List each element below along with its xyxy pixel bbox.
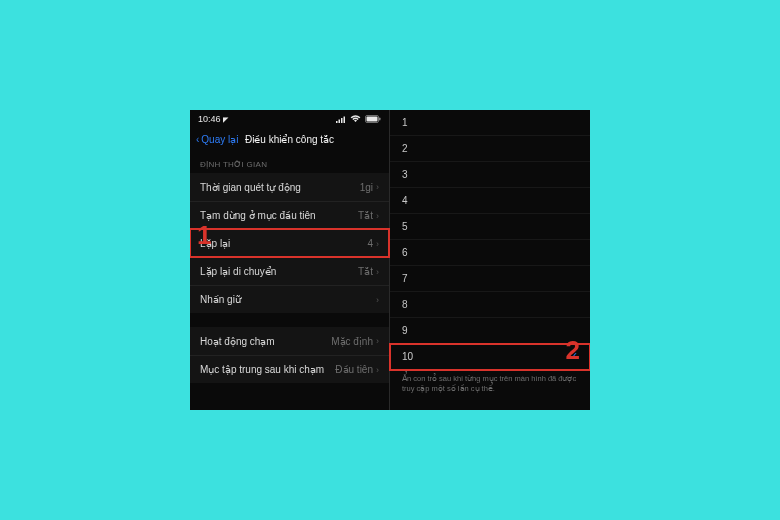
- loop-option-list: 12345678910✓: [390, 110, 590, 370]
- svg-rect-6: [379, 118, 381, 121]
- row-value: 1gi ›: [360, 182, 379, 193]
- row-value: Tắt ›: [358, 210, 379, 221]
- settings-row-2[interactable]: Lặp lại4 ›: [190, 229, 389, 257]
- loop-option-7[interactable]: 7: [390, 266, 590, 292]
- row-label: Lặp lại di chuyển: [200, 266, 276, 277]
- nav-bar: ‹ Quay lại Điều khiển công tắc: [190, 128, 389, 150]
- chevron-right-icon: ›: [376, 211, 379, 221]
- loop-option-4[interactable]: 4: [390, 188, 590, 214]
- svg-rect-3: [344, 116, 346, 123]
- loop-option-label: 8: [402, 299, 408, 310]
- row-label: Lặp lại: [200, 238, 230, 249]
- back-label: Quay lại: [201, 134, 238, 145]
- chevron-right-icon: ›: [376, 295, 379, 305]
- loop-option-label: 6: [402, 247, 408, 258]
- screenshot-stage: 10:46 ◤ ‹ Quay lại Điều khiển công tắc Đ…: [190, 110, 590, 410]
- loop-option-2[interactable]: 2: [390, 136, 590, 162]
- chevron-right-icon: ›: [376, 239, 379, 249]
- footer-note: Ẩn con trỏ sau khi từng mục trên màn hìn…: [390, 370, 590, 394]
- loop-option-label: 3: [402, 169, 408, 180]
- back-button[interactable]: ‹ Quay lại: [196, 134, 238, 145]
- loop-option-1[interactable]: 1: [390, 110, 590, 136]
- loop-option-label: 7: [402, 273, 408, 284]
- loop-option-3[interactable]: 3: [390, 162, 590, 188]
- row-value: Đầu tiên ›: [335, 364, 379, 375]
- chevron-right-icon: ›: [376, 267, 379, 277]
- loop-option-8[interactable]: 8: [390, 292, 590, 318]
- status-time: 10:46 ◤: [198, 114, 228, 124]
- svg-rect-0: [336, 121, 338, 123]
- row-label: Hoạt động chạm: [200, 336, 275, 347]
- status-indicators: [336, 115, 381, 123]
- row-value: 4 ›: [367, 238, 379, 249]
- row-value: ›: [376, 295, 379, 305]
- loop-option-6[interactable]: 6: [390, 240, 590, 266]
- signal-icon: [336, 116, 346, 123]
- loop-option-5[interactable]: 5: [390, 214, 590, 240]
- chevron-left-icon: ‹: [196, 134, 199, 145]
- settings-row-1[interactable]: Tạm dừng ở mục đầu tiênTắt ›: [190, 201, 389, 229]
- svg-rect-1: [339, 119, 341, 123]
- loop-option-label: 10: [402, 351, 413, 362]
- row-value: Tắt ›: [358, 266, 379, 277]
- status-bar: 10:46 ◤: [190, 110, 389, 128]
- settings-row2-0[interactable]: Hoạt động chạmMặc định ›: [190, 327, 389, 355]
- chevron-right-icon: ›: [376, 365, 379, 375]
- settings-row-4[interactable]: Nhấn giữ ›: [190, 285, 389, 313]
- pane-loop-options: 12345678910✓ Ẩn con trỏ sau khi từng mục…: [390, 110, 590, 410]
- chevron-right-icon: ›: [376, 182, 379, 192]
- row-label: Tạm dừng ở mục đầu tiên: [200, 210, 316, 221]
- row-label: Nhấn giữ: [200, 294, 241, 305]
- settings-row-0[interactable]: Thời gian quét tự động1gi ›: [190, 173, 389, 201]
- loop-option-label: 4: [402, 195, 408, 206]
- settings-row-3[interactable]: Lặp lại di chuyểnTắt ›: [190, 257, 389, 285]
- row-value: Mặc định ›: [331, 336, 379, 347]
- settings-row2-1[interactable]: Mục tập trung sau khi chạmĐầu tiên ›: [190, 355, 389, 383]
- loop-option-label: 1: [402, 117, 408, 128]
- row-label: Thời gian quét tự động: [200, 182, 301, 193]
- loop-option-10[interactable]: 10✓: [390, 344, 590, 370]
- settings-group-1: Thời gian quét tự động1gi ›Tạm dừng ở mụ…: [190, 173, 389, 313]
- loop-option-label: 5: [402, 221, 408, 232]
- svg-rect-2: [341, 118, 343, 123]
- svg-rect-5: [367, 117, 378, 122]
- loop-option-label: 2: [402, 143, 408, 154]
- row-label: Mục tập trung sau khi chạm: [200, 364, 324, 375]
- chevron-right-icon: ›: [376, 336, 379, 346]
- loop-option-9[interactable]: 9: [390, 318, 590, 344]
- battery-icon: [365, 115, 381, 123]
- checkmark-icon: ✓: [569, 350, 578, 363]
- pane-settings: 10:46 ◤ ‹ Quay lại Điều khiển công tắc Đ…: [190, 110, 390, 410]
- settings-group-2: Hoạt động chạmMặc định ›Mục tập trung sa…: [190, 327, 389, 383]
- section-header-timing: ĐỊNH THỜI GIAN: [190, 150, 389, 173]
- wifi-icon: [350, 115, 361, 123]
- loop-option-label: 9: [402, 325, 408, 336]
